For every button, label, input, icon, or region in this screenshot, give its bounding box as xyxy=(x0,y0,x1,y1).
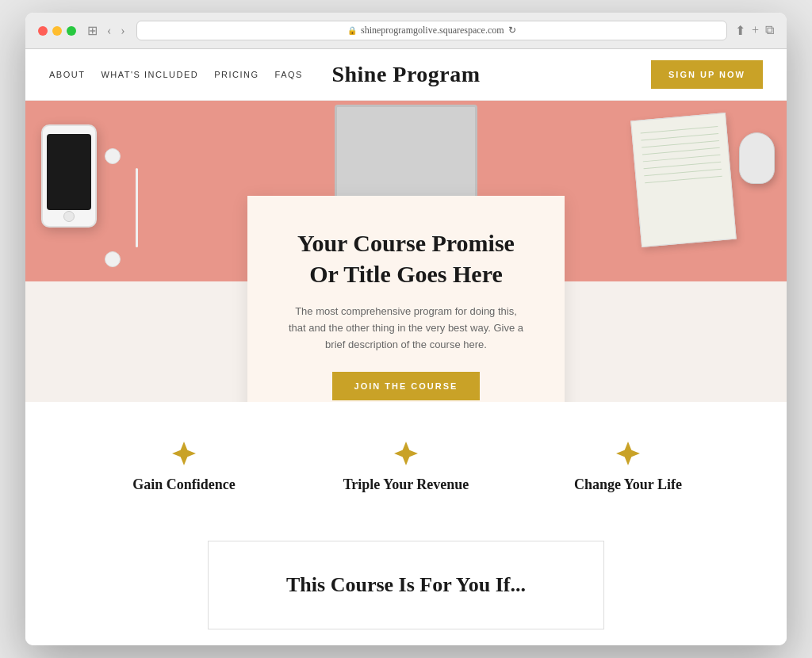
nav-about[interactable]: ABOUT xyxy=(49,70,85,79)
notebook-line xyxy=(644,169,722,177)
earbud-pod-2 xyxy=(105,251,121,267)
notebook-line xyxy=(644,162,722,170)
laptop-screen xyxy=(335,105,477,200)
new-tab-icon[interactable]: + xyxy=(752,23,759,38)
share-icon[interactable]: ⬆ xyxy=(735,23,745,38)
refresh-icon[interactable]: ↻ xyxy=(508,25,516,36)
forward-icon[interactable]: › xyxy=(117,22,128,40)
address-bar[interactable]: 🔒 shineprogramgolive.squarespace.com ↻ xyxy=(136,21,727,40)
notebook-line xyxy=(641,133,718,141)
hero-card: Your Course Promise Or Title Goes Here T… xyxy=(247,196,565,402)
mouse-decoration xyxy=(739,132,775,184)
browser-actions: ⬆ + ⧉ xyxy=(735,23,774,38)
feature-item-3: Change Your Life xyxy=(517,442,739,493)
nav-whats-included[interactable]: WHAT'S INCLUDED xyxy=(101,70,198,79)
earbud-pod xyxy=(105,148,121,164)
sidebar-toggle-icon[interactable]: ⊞ xyxy=(84,21,101,40)
feature-item-1: Gain Confidence xyxy=(73,442,295,493)
close-button[interactable] xyxy=(38,26,48,36)
hero-section: Your Course Promise Or Title Goes Here T… xyxy=(25,101,787,402)
notebook-line xyxy=(645,176,722,184)
notebook-line xyxy=(643,155,721,163)
nav-pricing[interactable]: PRICING xyxy=(214,70,259,79)
lock-icon: 🔒 xyxy=(347,26,357,35)
url-text: shineprogramgolive.squarespace.com xyxy=(361,25,504,36)
feature-item-2: Triple Your Revenue xyxy=(295,442,517,493)
notebook-decoration xyxy=(630,113,736,247)
site-nav: ABOUT WHAT'S INCLUDED PRICING FAQS Shine… xyxy=(25,49,787,101)
feature-title-2: Triple Your Revenue xyxy=(295,476,517,493)
notebook-line xyxy=(641,126,718,134)
earbud-cord xyxy=(136,168,138,247)
notebook-line xyxy=(642,147,720,155)
hero-card-title: Your Course Promise Or Title Goes Here xyxy=(287,228,525,289)
browser-controls: ⊞ ‹ › xyxy=(84,21,128,40)
phone-screen xyxy=(47,134,91,210)
browser-window: ⊞ ‹ › 🔒 shineprogramgolive.squarespace.c… xyxy=(25,13,787,645)
star-icon-1 xyxy=(172,442,196,465)
browser-chrome: ⊞ ‹ › 🔒 shineprogramgolive.squarespace.c… xyxy=(25,13,787,49)
notebook-lines xyxy=(631,113,731,196)
maximize-button[interactable] xyxy=(67,26,76,36)
tabs-icon[interactable]: ⧉ xyxy=(765,23,774,38)
nav-faqs[interactable]: FAQS xyxy=(275,70,303,79)
phone-home-button xyxy=(63,211,75,222)
nav-links: ABOUT WHAT'S INCLUDED PRICING FAQS xyxy=(49,70,303,79)
back-icon[interactable]: ‹ xyxy=(104,22,114,40)
hero-card-description: The most comprehensive program for doing… xyxy=(287,304,525,353)
feature-title-3: Change Your Life xyxy=(517,476,739,493)
site-logo: Shine Program xyxy=(331,62,480,87)
course-section: This Course Is For You If... xyxy=(25,525,787,645)
phone-decoration xyxy=(41,124,97,228)
star-icon-3 xyxy=(616,442,640,465)
traffic-lights xyxy=(38,26,76,36)
join-course-button[interactable]: JOIN THE COURSE xyxy=(332,372,481,400)
notebook-line xyxy=(642,140,719,148)
minimize-button[interactable] xyxy=(52,26,62,36)
site-content: ABOUT WHAT'S INCLUDED PRICING FAQS Shine… xyxy=(25,49,787,645)
features-section: Gain Confidence Triple Your Revenue Chan… xyxy=(25,402,787,525)
course-box-title: This Course Is For You If... xyxy=(256,573,556,597)
course-box: This Course Is For You If... xyxy=(208,541,604,629)
signup-button[interactable]: SIGN UP NOW xyxy=(651,60,763,89)
feature-title-1: Gain Confidence xyxy=(73,476,295,493)
star-icon-2 xyxy=(394,442,418,465)
earbuds-decoration xyxy=(105,148,168,243)
